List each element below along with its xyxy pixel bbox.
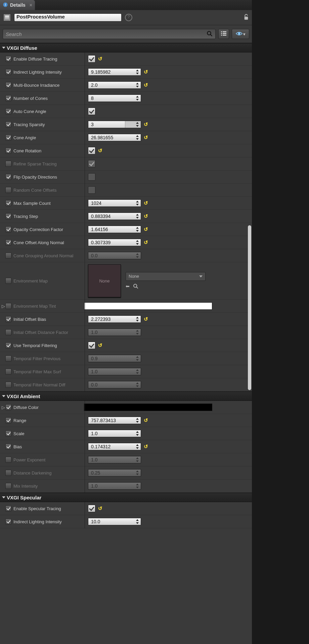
value-checkbox[interactable]	[88, 186, 95, 194]
value-spinbox[interactable]: 2.272393	[88, 315, 141, 323]
override-checkbox[interactable]	[5, 213, 11, 219]
value-checkbox[interactable]	[88, 108, 95, 115]
expand-icon[interactable]: ▷	[1, 304, 5, 309]
override-checkbox[interactable]	[5, 404, 11, 410]
override-checkbox[interactable]	[5, 457, 11, 463]
spinner-icon[interactable]	[135, 70, 139, 74]
asset-thumbnail[interactable]: None	[88, 264, 121, 297]
spinner-icon[interactable]	[135, 201, 139, 205]
override-checkbox[interactable]	[5, 95, 11, 101]
spinner-icon[interactable]	[135, 240, 139, 244]
matrix-view-button[interactable]	[218, 29, 229, 39]
scrollbar-thumb[interactable]	[248, 225, 251, 390]
override-checkbox[interactable]	[5, 253, 11, 259]
tab-details[interactable]: i Details ×	[0, 0, 35, 10]
override-checkbox[interactable]	[5, 444, 11, 450]
override-checkbox[interactable]	[5, 148, 11, 154]
reset-icon[interactable]: ↺	[98, 342, 102, 348]
value-spinbox[interactable]: 9.185982	[88, 68, 141, 76]
override-checkbox[interactable]	[5, 161, 11, 167]
value-spinbox[interactable]: 757.873413	[88, 417, 141, 424]
reset-icon[interactable]: ↺	[144, 316, 148, 322]
spinner-icon[interactable]	[135, 370, 139, 374]
spinner-icon[interactable]	[135, 445, 139, 449]
category-vxgi-specular[interactable]: VXGI Specular	[0, 493, 252, 502]
value-spinbox[interactable]: 1.0	[88, 368, 141, 375]
color-swatch[interactable]	[84, 404, 212, 411]
override-checkbox[interactable]	[5, 82, 11, 88]
spinner-icon[interactable]	[135, 458, 139, 462]
override-checkbox[interactable]	[5, 430, 11, 437]
value-checkbox[interactable]	[88, 160, 95, 167]
value-spinbox[interactable]: 1.0	[88, 430, 141, 437]
reset-icon[interactable]: ↺	[144, 239, 148, 245]
value-slider[interactable]: 3	[88, 121, 141, 128]
spinner-icon[interactable]	[135, 356, 139, 361]
override-checkbox[interactable]	[5, 417, 11, 423]
override-checkbox[interactable]	[5, 342, 11, 348]
spinner-icon[interactable]	[135, 418, 139, 422]
color-swatch[interactable]	[84, 302, 212, 310]
spinner-icon[interactable]	[135, 383, 139, 387]
reset-icon[interactable]: ↺	[144, 200, 148, 206]
asset-dropdown[interactable]: None	[126, 272, 206, 281]
override-checkbox[interactable]	[5, 108, 11, 114]
reset-icon[interactable]: ↺	[144, 444, 148, 450]
override-checkbox[interactable]	[5, 226, 11, 232]
value-checkbox[interactable]	[88, 147, 95, 154]
reset-icon[interactable]: ↺	[144, 213, 148, 219]
value-spinbox[interactable]: 10.0	[88, 518, 141, 525]
override-checkbox[interactable]	[5, 382, 11, 388]
value-checkbox[interactable]	[88, 505, 95, 512]
value-spinbox[interactable]: 1.0	[88, 329, 141, 336]
value-spinbox[interactable]: 1.64156	[88, 226, 141, 233]
spinner-icon[interactable]	[135, 431, 139, 435]
reset-icon[interactable]: ↺	[98, 148, 102, 154]
override-checkbox[interactable]	[5, 121, 11, 127]
spinner-icon[interactable]	[135, 520, 139, 524]
override-checkbox[interactable]	[5, 174, 11, 180]
reset-icon[interactable]: ↺	[144, 135, 148, 141]
value-spinbox[interactable]: 0.9	[88, 355, 141, 362]
value-spinbox[interactable]: 0.0	[88, 381, 141, 388]
value-spinbox[interactable]: 0.25	[88, 469, 141, 477]
override-checkbox[interactable]	[5, 355, 11, 362]
override-checkbox[interactable]	[5, 303, 11, 309]
spinner-icon[interactable]	[135, 83, 139, 87]
spinner-icon[interactable]	[135, 330, 139, 334]
view-options-button[interactable]: ▾	[232, 29, 249, 39]
override-checkbox[interactable]	[5, 278, 11, 284]
override-checkbox[interactable]	[5, 483, 11, 489]
category-vxgi-ambient[interactable]: VXGI Ambient	[0, 391, 252, 401]
override-checkbox[interactable]	[5, 69, 11, 75]
reset-icon[interactable]: ↺	[144, 417, 148, 423]
spinner-icon[interactable]	[135, 227, 139, 231]
value-spinbox[interactable]: 0.174312	[88, 443, 141, 450]
spinner-icon[interactable]	[135, 136, 139, 140]
value-spinbox[interactable]: 2.0	[88, 81, 141, 89]
spinner-icon[interactable]	[135, 317, 139, 321]
reset-icon[interactable]: ↺	[144, 69, 148, 75]
spinner-icon[interactable]	[135, 96, 139, 100]
value-spinbox[interactable]: 26.981655	[88, 134, 141, 141]
category-vxgi-diffuse[interactable]: VXGI Diffuse	[0, 43, 252, 52]
value-spinbox[interactable]: 1.0	[88, 456, 141, 463]
override-checkbox[interactable]	[5, 505, 11, 512]
override-checkbox[interactable]	[5, 519, 11, 525]
value-spinbox[interactable]: 0.0	[88, 252, 141, 259]
reset-icon[interactable]: ↺	[98, 505, 102, 512]
spinner-icon[interactable]	[135, 122, 139, 126]
value-spinbox[interactable]: 0.883394	[88, 213, 141, 220]
expand-icon[interactable]: ▷	[1, 405, 5, 410]
override-checkbox[interactable]	[5, 200, 11, 206]
override-checkbox[interactable]	[5, 369, 11, 375]
override-checkbox[interactable]	[5, 316, 11, 322]
override-checkbox[interactable]	[5, 329, 11, 335]
reset-icon[interactable]: ↺	[144, 226, 148, 232]
value-checkbox[interactable]	[88, 342, 95, 349]
override-checkbox[interactable]	[5, 135, 11, 141]
spinner-icon[interactable]	[135, 254, 139, 258]
browse-icon[interactable]	[133, 283, 138, 290]
use-selected-icon[interactable]: ⬅	[126, 283, 130, 290]
value-spinbox[interactable]: 1024	[88, 199, 141, 207]
